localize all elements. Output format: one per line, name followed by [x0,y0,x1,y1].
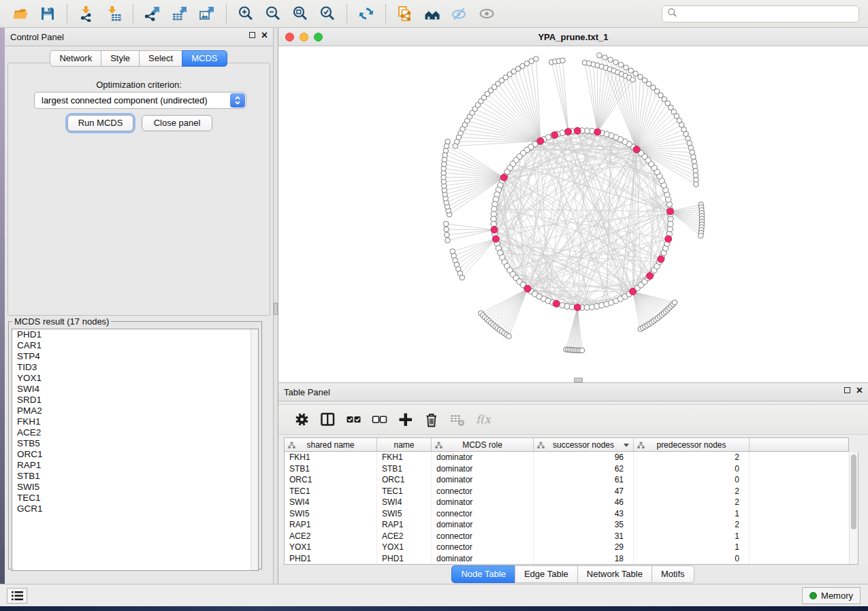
duplicate-network-icon[interactable] [395,3,415,24]
table-row[interactable]: ACE2ACE2connector311 [285,531,858,542]
search-input[interactable] [681,9,858,19]
cell-successor-nodes[interactable]: 46 [534,497,634,508]
mcds-result-item[interactable]: SRD1 [12,395,258,406]
mcds-result-item[interactable]: CAR1 [12,340,258,351]
add-icon[interactable] [393,410,417,430]
mcds-result-item[interactable]: TEC1 [12,493,258,503]
tab-motifs[interactable]: Motifs [652,565,694,583]
float-panel-icon[interactable] [249,32,255,38]
column-header-name[interactable]: name [377,438,432,451]
cell-MCDS-role[interactable]: connector [432,531,534,542]
splitter-grip[interactable] [274,303,278,315]
cell-name[interactable]: ACE2 [377,531,432,542]
hide-graphics-eye-icon[interactable] [449,3,470,24]
cell-name[interactable]: SWI4 [377,497,432,508]
close-panel-button[interactable]: Close panel [142,115,212,131]
cell-shared-name[interactable]: STB1 [285,463,377,475]
mcds-result-item[interactable]: STB1 [12,471,258,482]
cell-shared-name[interactable]: FKH1 [285,452,377,463]
cell-successor-nodes[interactable]: 62 [534,463,634,475]
mcds-result-item[interactable]: FKH1 [12,416,258,427]
cell-name[interactable]: STB1 [377,463,432,475]
import-network-icon[interactable] [76,3,97,24]
mcds-result-item[interactable]: PHD1 [12,329,258,340]
zoom-fit-icon[interactable] [290,3,310,24]
table-row[interactable]: RAP1RAP1dominator352 [285,519,858,531]
column-header-MCDS-role[interactable]: MCDS role [432,438,534,451]
sort-caret-icon[interactable] [624,444,629,447]
table-row[interactable]: ORC1ORC1dominator610 [285,474,858,486]
houses-icon[interactable] [422,3,443,24]
cell-MCDS-role[interactable]: connector [432,486,534,497]
import-table-icon[interactable] [103,3,124,24]
table-row[interactable]: SWI4SWI4dominator462 [285,497,858,508]
cell-predecessor-nodes[interactable]: 0 [634,474,750,486]
cell-predecessor-nodes[interactable]: 1 [634,508,750,520]
cell-name[interactable]: PHD1 [377,553,432,565]
cell-name[interactable]: YOX1 [377,542,432,553]
zoom-out-icon[interactable] [263,3,283,24]
mcds-result-item[interactable]: ACE2 [12,427,258,438]
show-graphics-eye-icon[interactable] [477,3,497,24]
table-scrollbar-thumb[interactable] [851,455,856,529]
tab-node-table[interactable]: Node Table [451,565,515,583]
cell-shared-name[interactable]: RAP1 [285,519,377,531]
table-row[interactable]: FKH1FKH1dominator962 [285,452,858,463]
save-session-icon[interactable] [37,3,58,24]
close-window-icon[interactable] [285,33,294,42]
cell-successor-nodes[interactable]: 47 [534,486,634,497]
export-table-icon[interactable] [170,3,190,24]
table-row[interactable]: YOX1YOX1connector291 [285,542,858,553]
open-file-icon[interactable] [10,3,31,24]
table-scrollbar[interactable] [849,452,858,564]
cell-predecessor-nodes[interactable]: 2 [634,486,750,497]
select-all-checkboxes-icon[interactable] [342,410,365,430]
cell-name[interactable]: TEC1 [377,486,432,497]
cell-successor-nodes[interactable]: 18 [534,553,634,565]
zoom-in-icon[interactable] [236,3,256,24]
export-image-icon[interactable] [197,3,217,24]
cell-predecessor-nodes[interactable]: 2 [634,452,750,463]
columns-icon[interactable] [316,410,339,430]
cell-predecessor-nodes[interactable]: 2 [634,497,750,508]
column-header-predecessor-nodes[interactable]: predecessor nodes [634,438,750,451]
cell-name[interactable]: SWI5 [377,508,432,520]
tab-select[interactable]: Select [139,50,182,67]
cell-predecessor-nodes[interactable]: 2 [634,519,750,531]
cell-shared-name[interactable]: ACE2 [285,531,377,542]
cell-successor-nodes[interactable]: 61 [534,474,634,486]
table-row[interactable]: TEC1TEC1connector472 [285,486,858,497]
tab-style[interactable]: Style [101,50,140,67]
close-table-panel-icon[interactable]: × [856,387,863,393]
table-row[interactable]: STB1STB1dominator620 [285,463,858,475]
cell-MCDS-role[interactable]: connector [432,542,534,553]
cell-shared-name[interactable]: SWI5 [285,508,377,520]
table-row[interactable]: PHD1PHD1dominator180 [285,553,858,565]
tab-network-table[interactable]: Network Table [577,565,652,583]
cell-successor-nodes[interactable]: 31 [534,531,634,542]
mcds-result-item[interactable]: TID3 [12,362,258,373]
unselect-all-checkboxes-icon[interactable] [368,410,391,430]
cell-MCDS-role[interactable]: dominator [432,497,534,508]
table-row[interactable]: SWI5SWI5connector431 [285,508,858,520]
cell-MCDS-role[interactable]: dominator [432,474,534,486]
criterion-dropdown[interactable]: largest connected component (undirected) [34,92,246,109]
column-header-shared-name[interactable]: shared name [285,438,377,451]
mcds-result-item[interactable]: PMA2 [12,406,258,416]
mcds-result-item[interactable]: RAP1 [12,460,258,471]
zoom-window-icon[interactable] [314,33,323,42]
vertical-splitter[interactable] [274,28,278,584]
mcds-result-item[interactable]: SWI4 [12,384,258,395]
mcds-result-item[interactable]: STP4 [12,351,258,362]
cell-shared-name[interactable]: TEC1 [285,486,377,497]
float-table-panel-icon[interactable] [844,387,850,393]
network-titlebar[interactable]: YPA_prune.txt_1 [278,28,868,46]
column-header-successor-nodes[interactable]: successor nodes [534,438,634,451]
cell-successor-nodes[interactable]: 35 [534,519,634,531]
cell-MCDS-role[interactable]: dominator [432,452,534,463]
cell-successor-nodes[interactable]: 29 [534,542,634,553]
tab-edge-table[interactable]: Edge Table [515,565,578,583]
task-history-button[interactable] [7,588,27,604]
network-canvas[interactable] [278,46,868,383]
cell-shared-name[interactable]: SWI4 [285,497,377,508]
